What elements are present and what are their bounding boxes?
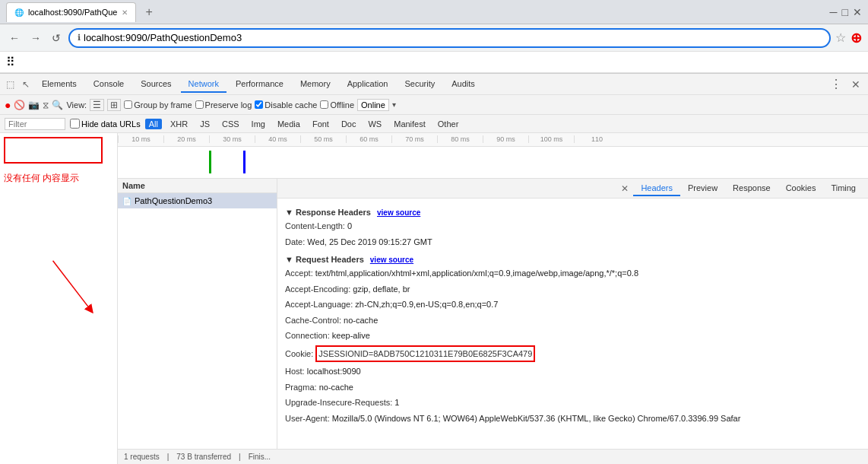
capture-screenshots-button[interactable]: 📷 <box>28 100 40 110</box>
tab-audits[interactable]: Audits <box>444 76 483 93</box>
detail-close-icon[interactable]: ✕ <box>616 182 633 195</box>
detail-tab-preview[interactable]: Preview <box>680 181 725 196</box>
tick-60ms: 60 ms <box>346 135 391 143</box>
filter-icon[interactable]: ⧖ <box>43 100 49 110</box>
preserve-log-input[interactable] <box>195 100 204 109</box>
preserve-log-checkbox[interactable]: Preserve log <box>195 100 252 110</box>
tab-console[interactable]: Console <box>86 76 131 93</box>
view-tree-icon[interactable]: ⊞ <box>107 99 121 111</box>
tab-elements[interactable]: Elements <box>34 76 84 93</box>
response-headers-toggle[interactable]: ▼ Response Headers <box>285 208 371 217</box>
online-button[interactable]: Online <box>357 99 389 111</box>
maximize-icon[interactable]: □ <box>842 6 848 18</box>
filter-type-css[interactable]: CSS <box>218 119 243 129</box>
minimize-icon[interactable]: ─ <box>830 6 838 18</box>
detail-panel: ✕ Headers Preview Response Cookies Timin… <box>277 179 868 449</box>
timeline-ruler: 10 ms 20 ms 30 ms 40 ms 50 ms 60 ms 70 m… <box>118 133 868 147</box>
detail-content[interactable]: ▼ Response Headers view source Content-L… <box>277 199 868 449</box>
group-by-frame-input[interactable] <box>124 100 132 109</box>
apps-icon[interactable]: ⠿ <box>6 55 15 69</box>
detail-tab-response[interactable]: Response <box>725 181 778 196</box>
devtools-panel: ⬚ ↖ Elements Console Sources Network Per… <box>0 73 868 464</box>
hide-data-urls-input[interactable] <box>70 119 80 129</box>
devtools-cursor-icon[interactable]: ↖ <box>19 78 33 91</box>
filter-type-ws[interactable]: WS <box>364 119 385 129</box>
record-button[interactable]: ● <box>5 99 11 111</box>
new-tab-button[interactable]: + <box>139 2 158 22</box>
disable-cache-checkbox[interactable]: Disable cache <box>255 100 317 110</box>
forward-button[interactable]: → <box>27 30 44 46</box>
clear-button[interactable]: 🚫 <box>14 100 25 110</box>
request-header-host: Host: localhost:9090 <box>285 364 860 379</box>
devtools-tabs-toolbar: ⬚ ↖ Elements Console Sources Network Per… <box>0 74 868 95</box>
window-close-icon[interactable]: ✕ <box>853 6 862 18</box>
devtools-right: 10 ms 20 ms 30 ms 40 ms 50 ms 60 ms 70 m… <box>118 133 868 464</box>
status-transferred: 73 B transferred <box>176 453 231 461</box>
offline-checkbox[interactable]: Offline <box>320 100 354 110</box>
tab-security[interactable]: Security <box>397 76 442 93</box>
detail-tab-headers[interactable]: Headers <box>633 181 680 196</box>
request-headers-toggle[interactable]: ▼ Request Headers <box>285 255 364 264</box>
filter-type-xhr[interactable]: XHR <box>166 119 192 129</box>
request-view-source-link[interactable]: view source <box>370 256 413 264</box>
address-input[interactable] <box>84 32 822 43</box>
status-separator1: | <box>167 453 169 461</box>
detail-tab-timing[interactable]: Timing <box>823 181 863 196</box>
hide-data-urls-checkbox[interactable]: Hide data URLs <box>70 119 141 129</box>
view-list-icon[interactable]: ☰ <box>90 99 104 111</box>
devtools-close-icon[interactable]: ✕ <box>847 77 865 92</box>
view-label: View: <box>66 100 87 110</box>
filter-type-manifest[interactable]: Manifest <box>390 119 429 129</box>
bookmark-button[interactable]: ☆ <box>835 30 846 45</box>
tab-close-icon[interactable]: ✕ <box>122 8 128 17</box>
no-content-box <box>4 137 103 164</box>
left-panel: 没有任何 内容显示 <box>0 133 118 464</box>
timeline-green-bar <box>209 151 211 173</box>
secure-icon: ℹ <box>78 33 81 43</box>
disable-cache-input[interactable] <box>255 100 263 109</box>
filter-type-other[interactable]: Other <box>434 119 463 129</box>
file-icon: 📄 <box>122 197 131 205</box>
chrome-menu-button[interactable]: ⊕ <box>851 30 862 46</box>
response-headers-section: ▼ Response Headers view source <box>285 208 860 217</box>
back-button[interactable]: ← <box>6 30 23 46</box>
tab-memory[interactable]: Memory <box>293 76 338 93</box>
network-list: Name 📄 PathQuestionDemo3 ✕ Headers Previ… <box>118 179 868 449</box>
tab-performance[interactable]: Performance <box>228 76 291 93</box>
filter-input[interactable] <box>5 118 65 130</box>
request-header-cache-control: Cache-Control: no-cache <box>285 313 860 328</box>
reload-button[interactable]: ↺ <box>49 30 64 46</box>
name-column: Name 📄 PathQuestionDemo3 <box>118 179 277 449</box>
devtools-dock-icon[interactable]: ⬚ <box>3 78 17 91</box>
timeline-area: 10 ms 20 ms 30 ms 40 ms 50 ms 60 ms 70 m… <box>118 133 868 179</box>
request-headers-section: ▼ Request Headers view source <box>285 255 860 264</box>
filter-type-js[interactable]: JS <box>196 119 214 129</box>
detail-tab-cookies[interactable]: Cookies <box>778 181 824 196</box>
svg-line-0 <box>53 261 91 310</box>
filter-type-img[interactable]: Img <box>248 119 269 129</box>
browser-tab[interactable]: 🌐 localhost:9090/PathQue ✕ <box>6 2 136 22</box>
request-row[interactable]: 📄 PathQuestionDemo3 <box>118 193 277 208</box>
search-icon[interactable]: 🔍 <box>52 100 63 110</box>
browser-titlebar: 🌐 localhost:9090/PathQue ✕ + ─ □ ✕ <box>0 0 868 24</box>
filter-type-media[interactable]: Media <box>274 119 304 129</box>
filter-type-font[interactable]: Font <box>309 119 333 129</box>
request-header-cookie: Cookie: JSESSIONID=8ADB750C1210311E79B0E… <box>285 345 860 364</box>
offline-input[interactable] <box>320 100 328 109</box>
network-toolbar: ● 🚫 📷 ⧖ 🔍 View: ☰ ⊞ Group by frame Prese… <box>0 95 868 115</box>
devtools-more-icon[interactable]: ⋮ <box>827 75 845 93</box>
response-header-content-length: Content-Length: 0 <box>285 219 860 234</box>
tab-application[interactable]: Application <box>340 76 396 93</box>
filter-type-doc[interactable]: Doc <box>337 119 360 129</box>
online-dropdown-icon[interactable]: ▾ <box>392 100 396 109</box>
request-header-user-agent: User-Agent: Mozilla/5.0 (Windows NT 6.1;… <box>285 412 860 426</box>
tab-network[interactable]: Network <box>181 76 227 93</box>
response-view-source-link[interactable]: view source <box>377 208 420 217</box>
group-by-frame-checkbox[interactable]: Group by frame <box>124 100 192 110</box>
status-separator2: | <box>239 453 241 461</box>
filter-type-all[interactable]: All <box>145 119 162 129</box>
tick-80ms: 80 ms <box>437 135 483 143</box>
response-header-date: Date: Wed, 25 Dec 2019 09:15:27 GMT <box>285 235 860 249</box>
detail-tabs: ✕ Headers Preview Response Cookies Timin… <box>277 179 868 199</box>
tab-sources[interactable]: Sources <box>133 76 179 93</box>
